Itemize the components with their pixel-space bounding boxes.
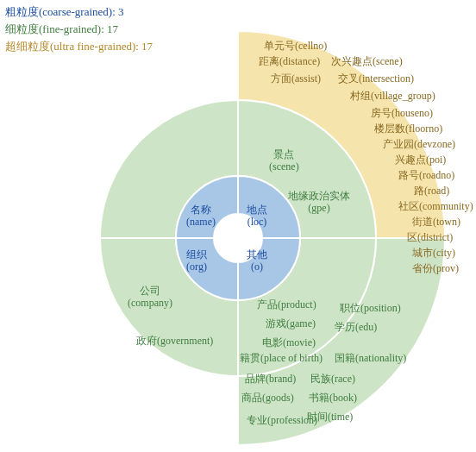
out-assist: 方面(assist)	[271, 72, 321, 85]
out-devzone: 产业园(devzone)	[383, 138, 455, 150]
inner-org: 组织(org)	[186, 248, 207, 273]
out-position: 职位(position)	[340, 302, 401, 314]
sunburst-diagram: 粗粒度(coarse-grained): 3 细粒度(fine-grained)…	[0, 0, 476, 452]
out-village: 村组(village_group)	[350, 90, 435, 102]
out-product: 产品(product)	[257, 298, 316, 311]
legend-ultra: 超细粒度(ultra fine-grained): 17	[5, 38, 153, 55]
out-houseno: 房号(houseno)	[371, 107, 433, 119]
out-nation: 国籍(nationality)	[335, 352, 406, 364]
inner-o: 其他(o)	[247, 248, 267, 273]
mid-gpe: 地缘政治实体(gpe)	[288, 190, 350, 214]
out-brand: 品牌(brand)	[245, 373, 296, 385]
out-floorno: 楼层数(floorno)	[374, 122, 442, 135]
mid-scene: 景点(scene)	[269, 148, 299, 173]
legend-fine: 细粒度(fine-grained): 17	[5, 21, 153, 38]
out-community: 社区(community)	[398, 200, 473, 212]
out-goods: 商品(goods)	[241, 392, 294, 404]
out-district: 区(district)	[407, 231, 453, 243]
out-race: 民族(race)	[310, 373, 355, 385]
out-prov: 省份(prov)	[412, 262, 459, 274]
out-game: 游戏(game)	[266, 317, 316, 330]
out-road: 路(road)	[414, 185, 449, 197]
legend-coarse: 粗粒度(coarse-grained): 3	[5, 3, 153, 21]
out-roadno: 路号(roadno)	[398, 169, 454, 181]
out-scene2: 次兴趣点(scene)	[331, 55, 403, 67]
rings-svg	[0, 0, 476, 452]
inner-loc: 地点(loc)	[247, 204, 267, 228]
mid-gov: 政府(government)	[136, 335, 213, 347]
out-cellno: 单元号(cellno)	[264, 40, 327, 52]
out-birth: 籍贯(place of birth)	[240, 352, 323, 364]
legend: 粗粒度(coarse-grained): 3 细粒度(fine-grained)…	[5, 3, 153, 55]
out-edu: 学历(edu)	[335, 321, 377, 333]
out-movie: 电影(movie)	[262, 336, 316, 348]
mid-company: 公司(company)	[128, 285, 172, 309]
out-town: 街道(town)	[412, 216, 460, 228]
out-city: 城市(city)	[412, 247, 455, 259]
out-intersect: 交叉(intersection)	[338, 72, 414, 85]
out-distance: 距离(distance)	[259, 55, 320, 67]
out-poi: 兴趣点(poi)	[395, 154, 446, 166]
out-prof: 专业(profession)	[247, 414, 317, 426]
inner-name: 名称(name)	[186, 204, 216, 228]
out-book: 书籍(book)	[309, 392, 357, 404]
